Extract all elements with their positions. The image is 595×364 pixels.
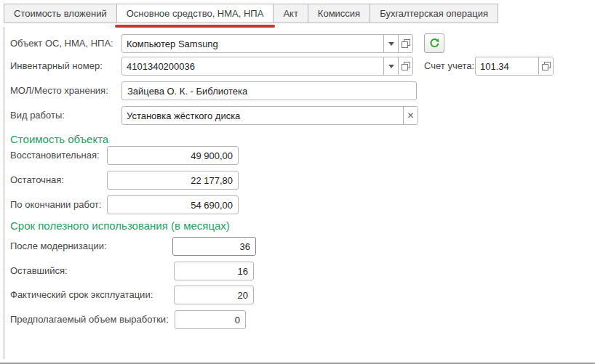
fakticheskiy-srok-label: Фактический срок эксплуатации: bbox=[10, 286, 153, 304]
fakticheskiy-srok-input[interactable] bbox=[175, 286, 253, 304]
tab-stoimost-vlozheniy[interactable]: Стоимость вложений bbox=[4, 4, 117, 23]
object-input[interactable] bbox=[122, 35, 383, 52]
inventory-open-button[interactable] bbox=[398, 57, 412, 75]
vosstanovitelnaya-input[interactable] bbox=[108, 147, 238, 164]
object-open-button[interactable] bbox=[398, 35, 412, 52]
work-type-clear-button[interactable]: ✕ bbox=[403, 107, 418, 124]
refresh-icon bbox=[429, 38, 440, 49]
vosstanovitelnaya-label: Восстановительная: bbox=[10, 146, 100, 165]
work-type-label: Вид работы: bbox=[10, 106, 65, 125]
open-form-icon bbox=[542, 62, 551, 70]
mol-label: МОЛ/Место хранения: bbox=[10, 81, 108, 100]
inventory-number-label: Инвентарный номер: bbox=[10, 57, 103, 76]
form-os-modernization: Стоимость вложений Основное средство, НМ… bbox=[0, 0, 595, 364]
ostavshiysya-input[interactable] bbox=[175, 262, 253, 280]
object-dropdown-button[interactable] bbox=[383, 35, 398, 52]
account-input[interactable] bbox=[476, 57, 538, 75]
object-field-group bbox=[121, 34, 413, 53]
refresh-button[interactable] bbox=[424, 33, 444, 53]
inventory-dropdown-button[interactable] bbox=[383, 57, 398, 75]
ostavshiysya-label: Оставшийся: bbox=[10, 262, 68, 280]
close-icon: ✕ bbox=[407, 111, 414, 120]
object-label: Объект ОС, НМА, НПА: bbox=[10, 34, 113, 53]
left-border-line bbox=[4, 27, 4, 359]
account-open-button[interactable] bbox=[538, 57, 553, 75]
posle-modernizatsii-input[interactable] bbox=[173, 238, 255, 255]
work-type-field-group: ✕ bbox=[121, 106, 418, 125]
vosstanovitelnaya-field bbox=[107, 146, 239, 165]
po-okonchanii-label: По окончании работ: bbox=[10, 195, 101, 214]
chevron-down-icon bbox=[388, 65, 394, 68]
ostatochnaya-input[interactable] bbox=[108, 171, 238, 189]
tab-komissiya[interactable]: Комиссия bbox=[308, 4, 370, 23]
account-field-group bbox=[475, 57, 554, 76]
po-okonchanii-input[interactable] bbox=[108, 196, 238, 214]
section-title-cost: Стоимость объекта bbox=[10, 133, 108, 145]
tab-osnovnoe-sredstvo[interactable]: Основное средство, НМА, НПА bbox=[116, 4, 274, 23]
mol-field bbox=[121, 81, 417, 100]
posle-modernizatsii-label: После модернизации: bbox=[10, 237, 107, 256]
account-label: Счет учета: bbox=[424, 60, 474, 71]
predpolagaemyy-obem-label: Предполагаемый объем выработки: bbox=[10, 310, 169, 329]
ostatochnaya-field bbox=[107, 171, 239, 190]
inventory-number-input[interactable] bbox=[122, 57, 383, 75]
predpolagaemyy-obem-field bbox=[175, 310, 246, 329]
section-title-useful-life: Срок полезного использования (в месяцах) bbox=[10, 219, 230, 232]
open-form-icon bbox=[402, 39, 410, 48]
tab-akt[interactable]: Акт bbox=[273, 4, 308, 23]
open-form-icon bbox=[402, 62, 410, 70]
inventory-field-group bbox=[121, 57, 413, 76]
predpolagaemyy-obem-input[interactable] bbox=[175, 311, 245, 328]
ostatochnaya-label: Остаточная: bbox=[10, 171, 64, 190]
account-label-wrap: Счет учета: bbox=[424, 57, 474, 76]
ostavshiysya-field bbox=[174, 262, 254, 280]
fakticheskiy-srok-field bbox=[174, 286, 254, 304]
chevron-down-icon bbox=[388, 42, 394, 46]
posle-modernizatsii-field bbox=[172, 237, 256, 256]
po-okonchanii-field bbox=[107, 195, 239, 214]
tab-buhgalterskaya-operatsiya[interactable]: Бухгалтерская операция bbox=[370, 4, 498, 23]
mol-input[interactable] bbox=[122, 82, 416, 100]
work-type-input[interactable] bbox=[122, 107, 403, 124]
tab-bar: Стоимость вложений Основное средство, НМ… bbox=[4, 4, 498, 23]
